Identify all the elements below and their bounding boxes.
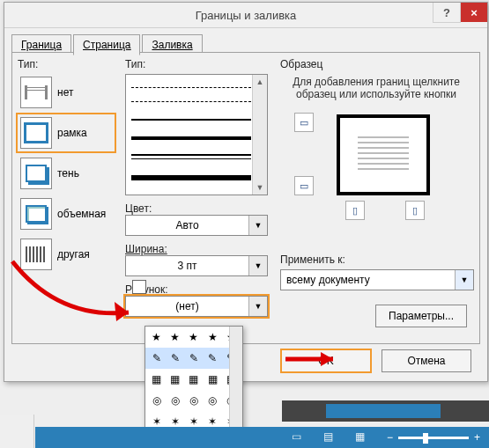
chevron-down-icon[interactable]: ▼ [248,256,267,275]
art-dropdown-scrollbar[interactable] [229,327,242,432]
zoom-handle[interactable] [423,433,428,444]
line-style-option[interactable] [131,87,251,88]
titlebar[interactable]: Границы и заливка ? × [4,3,487,28]
color-swatch [132,280,146,294]
color-label: Цвет: [125,202,273,215]
border-left-button[interactable]: ▯ [345,201,365,220]
art-option-medals[interactable]: ◎◎◎◎◎ [145,390,242,411]
setting-custom-icon [20,239,52,270]
width-combobox[interactable]: 3 пт ▼ [125,255,268,276]
art-combobox[interactable]: (нет) ▼ [125,296,268,317]
border-preview[interactable] [337,114,430,195]
scroll-up-icon[interactable]: ▲ [253,75,267,89]
setting-custom-label: другая [57,248,90,261]
art-label: Рисунок: [125,283,273,296]
chevron-down-icon[interactable]: ▼ [248,297,267,316]
setting-shadow-icon [20,158,52,189]
line-style-scrollbar[interactable]: ▲ ▼ [252,75,267,195]
setting-shadow-label: тень [57,167,79,180]
setting-3d[interactable]: объемная [18,195,115,232]
type-label: Тип: [18,58,115,70]
ok-button[interactable]: OK [281,349,371,372]
line-style-option[interactable] [131,175,251,180]
line-style-listbox[interactable]: ▲ ▼ [125,74,268,195]
print-layout-icon[interactable]: ▤ [323,430,337,444]
left-gutter [0,415,34,448]
tab-panel: Тип: нет рамка тень объемная [11,52,480,344]
setting-none-label: нет [57,86,73,99]
ruler [282,400,489,422]
web-layout-icon[interactable]: ▦ [355,430,369,444]
cancel-button[interactable]: Отмена [382,349,471,372]
setting-3d-label: объемная [57,208,106,220]
line-style-option[interactable] [131,136,251,140]
setting-custom[interactable]: другая [18,236,115,273]
scroll-down-icon[interactable]: ▼ [253,180,267,195]
setting-3d-icon [20,198,52,230]
setting-none[interactable]: нет [18,74,115,111]
color-combobox[interactable]: Авто ▼ [125,215,268,236]
apply-to-combobox[interactable]: всему документу ▼ [280,269,474,290]
sample-hint: Для добавления границ щелкните образец и… [284,76,469,100]
setting-box[interactable]: рамка [18,114,115,151]
status-bar: ▭ ▤ ▦ − + [35,427,489,448]
border-right-button[interactable]: ▯ [405,201,425,220]
zoom-track[interactable] [398,437,469,439]
setting-none-icon [20,77,52,108]
setting-box-label: рамка [57,127,87,139]
read-mode-icon[interactable]: ▭ [292,430,306,444]
line-style-option[interactable] [131,119,251,121]
width-label: Ширина: [125,243,273,255]
color-value: Авто [126,219,248,231]
zoom-out-button[interactable]: − [387,431,393,444]
help-button[interactable]: ? [433,3,461,23]
options-button[interactable]: Параметры... [375,305,467,327]
apply-to-label: Применить к: [280,253,472,266]
zoom-in-button[interactable]: + [474,431,480,444]
chevron-down-icon[interactable]: ▼ [248,216,267,235]
line-style-option[interactable] [131,154,251,156]
art-dropdown-list[interactable]: ★★★★★ ✎✎✎✎✎ ▦▦▦▦▦ ◎◎◎◎◎ ✶✶✶✶✶ [144,326,243,433]
setting-shadow[interactable]: тень [18,155,115,192]
art-option-pencils[interactable]: ✎✎✎✎✎ [145,348,242,369]
sample-label: Образец [280,58,472,70]
border-top-button[interactable]: ▭ [294,113,314,132]
chevron-down-icon[interactable]: ▼ [455,270,473,290]
art-option-blocks[interactable]: ▦▦▦▦▦ [145,369,242,390]
borders-shading-dialog: Границы и заливка ? × Граница Страница З… [4,2,488,382]
zoom-slider[interactable]: − + [387,431,480,444]
width-value: 3 пт [126,260,248,272]
setting-box-icon [20,117,52,149]
border-bottom-button[interactable]: ▭ [294,176,314,195]
close-button[interactable]: × [461,3,487,22]
art-option-stars[interactable]: ★★★★★ [145,327,242,348]
style-label: Тип: [125,58,273,70]
window-title: Границы и заливка [196,9,297,22]
art-value: (нет) [126,300,248,312]
line-style-option[interactable] [131,101,251,102]
preview-area: ▭ ▭ ▯ ▯ [280,109,472,215]
apply-to-value: всему документу [281,274,455,286]
tab-page[interactable]: Страница [73,34,140,55]
